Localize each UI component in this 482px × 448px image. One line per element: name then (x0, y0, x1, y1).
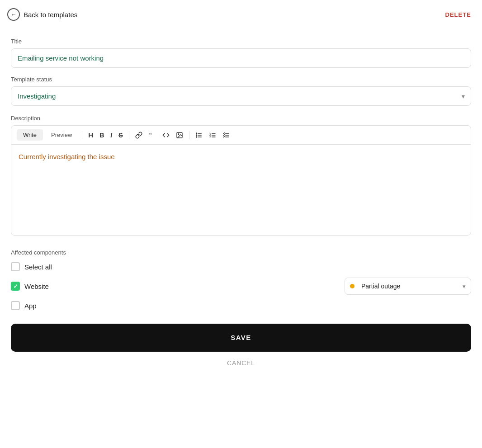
bold-button[interactable]: B (97, 130, 106, 141)
svg-text:3: 3 (209, 136, 211, 138)
back-arrow-icon: ← (7, 8, 20, 21)
template-status-select[interactable]: Investigating Identified Monitoring Reso… (11, 86, 471, 106)
website-label: Website (24, 283, 49, 290)
task-list-button[interactable] (220, 130, 232, 141)
status-select-wrapper: Investigating Identified Monitoring Reso… (11, 86, 471, 106)
cancel-label: CANCEL (227, 359, 255, 367)
component-row-app: App (11, 301, 471, 310)
toolbar-divider-3 (189, 131, 189, 139)
description-label: Description (11, 115, 471, 122)
preview-tab[interactable]: Preview (45, 129, 78, 141)
website-status-wrapper: Operational Degraded performance Partial… (345, 278, 471, 295)
title-label: Title (11, 38, 471, 45)
svg-text:": " (149, 132, 152, 138)
status-label: Template status (11, 76, 471, 83)
quote-button[interactable]: " (146, 130, 158, 141)
svg-point-2 (178, 133, 179, 134)
link-button[interactable] (133, 130, 145, 141)
unordered-list-button[interactable] (193, 130, 205, 141)
website-checkbox[interactable] (11, 282, 20, 291)
select-all-row: Select all (11, 262, 471, 271)
strikethrough-icon: S (118, 132, 123, 139)
code-icon (162, 132, 170, 139)
image-button[interactable] (174, 130, 185, 141)
delete-button[interactable]: DELETE (445, 11, 471, 18)
component-row-website: Website Operational Degraded performance… (11, 278, 471, 295)
link-icon (135, 132, 142, 139)
select-all-checkbox[interactable] (11, 262, 20, 271)
affected-components-label: Affected components (11, 249, 471, 256)
ordered-list-button[interactable]: 123 (207, 130, 218, 141)
title-input[interactable] (11, 48, 471, 68)
italic-button[interactable]: I (108, 130, 114, 141)
component-left-app: App (11, 301, 37, 310)
image-icon (176, 132, 183, 139)
svg-point-6 (196, 133, 197, 134)
svg-point-7 (196, 135, 197, 136)
editor-content-area[interactable]: Currently investigating the issue (11, 145, 471, 235)
heading-icon: H (88, 131, 93, 139)
save-button[interactable]: SAVE (11, 324, 471, 352)
strikethrough-button[interactable]: S (116, 130, 125, 141)
component-left-website: Website (11, 282, 49, 291)
affected-components-section: Affected components Select all Website O… (11, 249, 471, 310)
website-status-select[interactable]: Operational Degraded performance Partial… (345, 278, 471, 295)
bold-icon: B (99, 132, 104, 139)
italic-icon: I (110, 132, 112, 139)
app-checkbox[interactable] (11, 301, 20, 310)
save-label: SAVE (231, 334, 251, 341)
app-label: App (24, 302, 37, 310)
cancel-link[interactable]: CANCEL (11, 359, 471, 367)
back-to-templates-link[interactable]: ← Back to templates (7, 8, 77, 21)
write-tab[interactable]: Write (17, 129, 43, 141)
code-button[interactable] (160, 130, 172, 141)
editor-text: Currently investigating the issue (19, 153, 115, 160)
description-editor: Write Preview H B I S " (11, 125, 471, 236)
quote-icon: " (149, 132, 156, 139)
ordered-list-icon: 123 (209, 132, 216, 139)
unordered-list-icon (195, 132, 203, 139)
toolbar-divider-2 (129, 131, 129, 139)
select-all-label: Select all (24, 263, 52, 271)
back-label: Back to templates (24, 11, 77, 19)
task-list-icon (222, 132, 230, 139)
svg-point-8 (196, 137, 197, 137)
toolbar-divider (82, 131, 82, 139)
editor-tabs: Write Preview H B I S " (11, 126, 471, 145)
heading-button[interactable]: H (86, 129, 95, 141)
